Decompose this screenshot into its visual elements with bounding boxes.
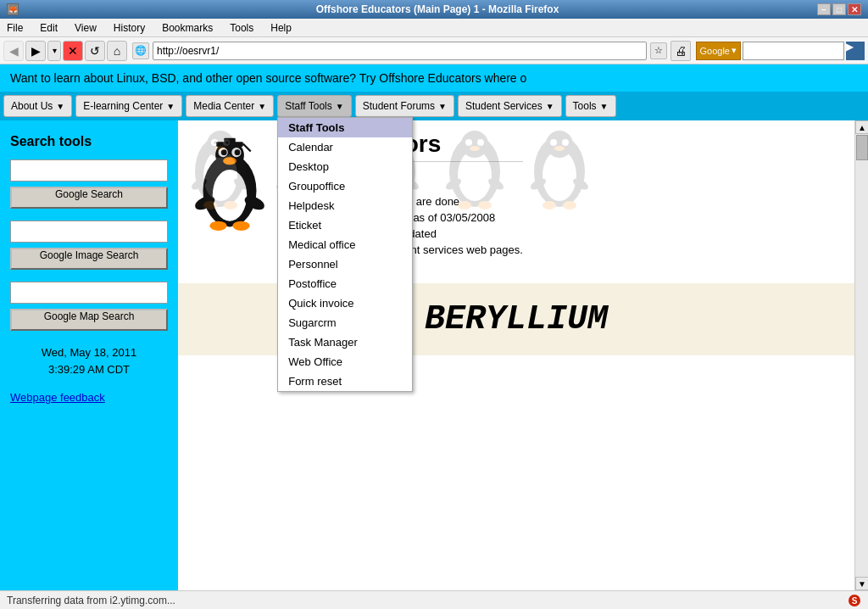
menubar: File Edit View History Bookmarks Tools H… <box>0 19 868 37</box>
search-go-button[interactable]: ▶ <box>846 42 865 60</box>
status-text: Transferring data from i2.ytimg.com... <box>7 595 175 606</box>
menu-help[interactable]: Help <box>267 20 295 36</box>
feedback-link[interactable]: Webpage feedback <box>10 391 168 404</box>
dropdown-sugarcrm[interactable]: Sugarcrm <box>278 313 412 332</box>
google-image-search-input[interactable] <box>10 221 168 243</box>
student-forums-button[interactable]: Student Forums ▼ <box>355 95 454 117</box>
dropdown-calendar[interactable]: Calendar <box>278 137 412 157</box>
close-button[interactable]: ✕ <box>848 3 861 15</box>
tools-arrow: ▼ <box>600 102 609 111</box>
window-title: Offshore Educators (Main Page) 1 - Mozil… <box>58 3 817 15</box>
search-engine-selector[interactable]: Google ▾ <box>696 42 741 60</box>
sidebar-title: Search tools <box>10 134 168 149</box>
dropdown-desktop[interactable]: Desktop <box>278 157 412 176</box>
window-icon: 🦊 <box>7 3 19 15</box>
tools-button[interactable]: Tools ▼ <box>565 95 616 117</box>
maximize-button[interactable]: □ <box>832 3 846 15</box>
svg-point-65 <box>232 221 249 231</box>
media-button[interactable]: Media Center ▼ <box>186 95 274 117</box>
back-button[interactable]: ◀ <box>3 41 24 61</box>
nav-tools[interactable]: Tools ▼ <box>565 95 616 117</box>
svg-rect-67 <box>224 138 236 143</box>
scroll-up-button[interactable]: ▲ <box>855 120 868 134</box>
google-map-search-input[interactable] <box>10 282 168 304</box>
menu-view[interactable]: View <box>71 20 100 36</box>
nav-staff-tools[interactable]: Staff Tools ▼ Staff Tools Calendar Deskt… <box>277 95 352 117</box>
site-info-icon[interactable]: 🌐 <box>132 42 149 59</box>
google-search-input[interactable] <box>10 159 168 182</box>
datetime-text: Wed, May 18, 20113:39:29 AM CDT <box>42 346 137 376</box>
nav-student-forums[interactable]: Student Forums ▼ <box>355 95 454 117</box>
dropdown-form-reset[interactable]: Form reset <box>278 372 412 391</box>
elearning-arrow: ▼ <box>166 102 175 111</box>
dropdown-helpdesk[interactable]: Helpdesk <box>278 196 412 215</box>
menu-edit[interactable]: Edit <box>36 20 61 36</box>
printer-icon[interactable]: 🖨 <box>670 41 691 61</box>
dropdown-web-office[interactable]: Web Office <box>278 352 412 372</box>
google-search-button[interactable]: Google Search <box>10 187 168 209</box>
tools-label: Tools <box>573 100 597 112</box>
svg-point-60 <box>235 149 241 155</box>
student-forums-arrow: ▼ <box>438 102 447 111</box>
staff-tools-label: Staff Tools <box>285 100 332 112</box>
stop-button[interactable]: ✕ <box>63 41 83 61</box>
nav-media[interactable]: Media Center ▼ <box>186 95 274 117</box>
search-engine-arrow: ▾ <box>732 45 737 56</box>
google-map-search-button[interactable]: Google Map Search <box>10 309 168 331</box>
dropdown-quick-invoice[interactable]: Quick invoice <box>278 293 412 313</box>
svg-text:S: S <box>852 596 858 606</box>
status-icon: S <box>848 594 861 607</box>
scroll-thumb[interactable] <box>856 135 868 160</box>
elearning-button[interactable]: E-learning Center ▼ <box>75 95 182 117</box>
scroll-down-button[interactable]: ▼ <box>855 577 868 590</box>
about-us-button[interactable]: About Us ▼ <box>3 95 72 117</box>
minimize-button[interactable]: − <box>817 3 831 15</box>
nav-student-services[interactable]: Student Services ▼ <box>458 95 562 117</box>
dropdown-groupoffice[interactable]: Groupoffice <box>278 176 412 196</box>
menu-tools[interactable]: Tools <box>226 20 257 36</box>
dropdown-staff-tools[interactable]: Staff Tools <box>278 118 412 137</box>
history-dropdown-button[interactable]: ▾ <box>47 41 61 61</box>
sidebar: Search tools Google Search Google Image … <box>0 120 178 590</box>
student-services-arrow: ▼ <box>546 102 554 111</box>
about-us-arrow: ▼ <box>56 102 64 111</box>
staff-tools-button[interactable]: Staff Tools ▼ <box>277 95 352 117</box>
staff-tools-arrow: ▼ <box>336 102 344 111</box>
nav-about-us[interactable]: About Us ▼ <box>3 95 72 117</box>
main-container: Search tools Google Search Google Image … <box>0 120 868 590</box>
address-bar[interactable] <box>153 42 647 60</box>
student-services-button[interactable]: Student Services ▼ <box>458 95 562 117</box>
dropdown-eticket[interactable]: Eticket <box>278 215 412 235</box>
bookmark-star-icon[interactable]: ☆ <box>650 42 667 59</box>
menu-history[interactable]: History <box>110 20 148 36</box>
dropdown-task-manager[interactable]: Task Manager <box>278 332 412 352</box>
media-arrow: ▼ <box>258 102 266 111</box>
home-button[interactable]: ⌂ <box>107 41 127 61</box>
tux-illustration <box>192 131 268 260</box>
search-engine-label: Google <box>700 46 730 56</box>
svg-line-68 <box>243 144 251 152</box>
scrollbar: ▲ ▼ <box>854 120 868 590</box>
google-image-search-button[interactable]: Google Image Search <box>10 248 168 270</box>
reload-button[interactable]: ↺ <box>85 41 105 61</box>
search-input[interactable] <box>743 42 844 60</box>
svg-point-61 <box>223 157 236 165</box>
dropdown-personnel[interactable]: Personnel <box>278 254 412 274</box>
menu-bookmarks[interactable]: Bookmarks <box>159 20 216 36</box>
dropdown-postoffice[interactable]: Postoffice <box>278 274 412 293</box>
staff-tools-dropdown: Staff Tools Calendar Desktop Groupoffice… <box>277 117 413 392</box>
banner: Want to learn about Linux, BSD, and othe… <box>0 64 868 92</box>
student-services-label: Student Services <box>465 100 542 112</box>
dropdown-medical-office[interactable]: Medical office <box>278 235 412 254</box>
statusbar: Transferring data from i2.ytimg.com... S <box>0 590 868 609</box>
forward-button[interactable]: ▶ <box>25 41 46 61</box>
media-label: Media Center <box>193 100 254 112</box>
scroll-track[interactable] <box>855 134 868 577</box>
banner-text: Want to learn about Linux, BSD, and othe… <box>10 71 526 85</box>
toolbar: ◀ ▶ ▾ ✕ ↺ ⌂ 🌐 ☆ 🖨 Google ▾ ▶ <box>0 37 868 64</box>
tux-svg <box>192 131 268 241</box>
svg-point-64 <box>209 221 226 231</box>
nav-elearning[interactable]: E-learning Center ▼ <box>75 95 182 117</box>
menu-file[interactable]: File <box>3 20 26 36</box>
student-forums-label: Student Forums <box>363 100 435 112</box>
